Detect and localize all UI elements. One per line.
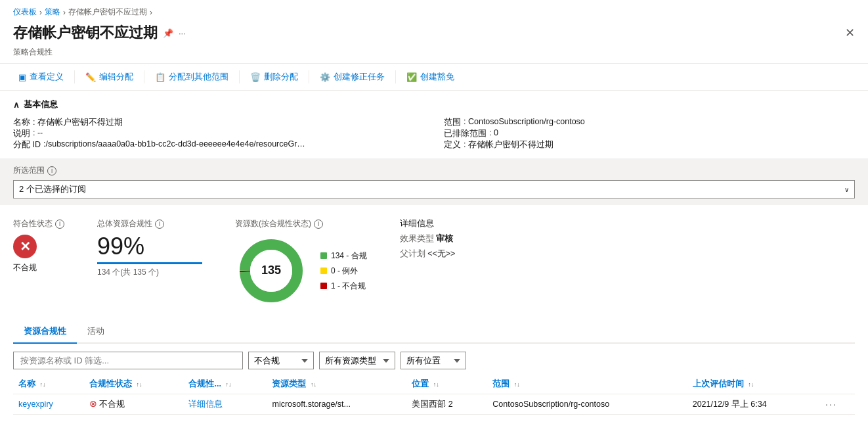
exemption-icon: ✅ [406, 72, 417, 82]
sort-icon-last-eval: ↑↓ [748, 381, 754, 388]
col-location[interactable]: 位置 ↑↓ [406, 375, 487, 394]
toolbar-separator-5 [395, 70, 396, 83]
non-compliant-label: 不合规 [13, 262, 37, 273]
resources-info-icon[interactable]: i [314, 220, 323, 229]
sort-icon-compliance-detail: ↑↓ [225, 381, 231, 388]
col-resource-type[interactable]: 资源类型 ↑↓ [267, 375, 406, 394]
compliance-status-title: 符合性状态 i [13, 218, 64, 229]
overall-compliance-box: 总体资源合规性 i 99% 134 个(共 135 个) [97, 218, 202, 278]
scope-select[interactable]: 2 个已选择的订阅 ∨ [13, 180, 855, 198]
chevron-down-icon: ∨ [844, 186, 849, 193]
parent-plan-row: 父计划 <<无>> [400, 248, 456, 260]
col-actions [820, 375, 855, 394]
non-compliant-status-icon: ✕ [13, 235, 37, 258]
cell-compliance-detail: 详细信息 [183, 394, 267, 415]
info-row-id: 分配 ID :/subscriptions/aaaa0a0a-bb1b-cc2c… [13, 139, 424, 151]
resource-type-filter-select[interactable]: 所有资源类型 [319, 352, 395, 369]
delete-assignment-button[interactable]: 🗑️ 删除分配 [245, 68, 303, 86]
details-box: 详细信息 效果类型 审核 父计划 <<无>> [400, 218, 456, 260]
compliance-filter-select[interactable]: 不合规 [248, 352, 314, 369]
metrics-section: 符合性状态 i ✕ 不合规 总体资源合规性 i 99% 134 个(共 135 … [0, 205, 868, 313]
scope-info-icon[interactable]: i [47, 166, 56, 175]
info-row-definition: 定义 : 存储帐户密钥不得过期 [444, 139, 855, 151]
info-row-name: 名称 : 存储帐户密钥不得过期 [13, 117, 424, 128]
donut-legend: 134 - 合规 0 - 例外 1 - 不合规 [320, 250, 367, 292]
row-more-button[interactable]: ··· [825, 399, 837, 409]
remediation-icon: ⚙️ [320, 72, 330, 82]
chevron-up-icon: ∧ [13, 100, 20, 110]
sort-icon-name: ↑↓ [39, 381, 45, 388]
info-left: 名称 : 存储帐户密钥不得过期 说明 : -- 分配 ID :/subscrip… [13, 117, 424, 151]
tab-resource-compliance[interactable]: 资源合规性 [13, 320, 77, 344]
toolbar-separator [74, 70, 75, 83]
resources-compliance-title: 资源数(按合规性状态) i [235, 218, 323, 229]
toolbar-separator-2 [144, 70, 144, 83]
table-container: 名称 ↑↓ 合规性状态 ↑↓ 合规性... ↑↓ 资源类型 ↑↓ 位置 ↑↓ [0, 375, 868, 415]
tabs-section: 资源合规性 活动 [0, 320, 868, 344]
data-table: 名称 ↑↓ 合规性状态 ↑↓ 合规性... ↑↓ 资源类型 ↑↓ 位置 ↑↓ [13, 375, 855, 415]
overall-info-icon[interactable]: i [155, 220, 164, 229]
breadcrumb-dashboard[interactable]: 仪表板 [13, 7, 37, 18]
cell-more: ··· [820, 394, 855, 415]
info-row-excluded: 已排除范围 : 0 [444, 128, 855, 139]
compliance-detail-link[interactable]: 详细信息 [188, 400, 223, 409]
assign-other-button[interactable]: 📋 分配到其他范围 [150, 68, 234, 86]
donut-chart: 135 [235, 235, 307, 307]
breadcrumb-current: 存储帐户密钥不应过期 [68, 7, 147, 18]
toolbar-separator-3 [239, 70, 240, 83]
tabs: 资源合规性 活动 [13, 320, 855, 344]
create-remediation-button[interactable]: ⚙️ 创建修正任务 [315, 68, 390, 86]
col-compliance-detail[interactable]: 合规性... ↑↓ [183, 375, 267, 394]
create-exemption-button[interactable]: ✅ 创建豁免 [401, 68, 460, 86]
cell-location: 美国西部 2 [406, 394, 487, 415]
search-input[interactable] [13, 352, 243, 369]
more-options-icon[interactable]: ··· [179, 28, 186, 38]
close-button[interactable]: ✕ [845, 26, 855, 40]
basic-info-title[interactable]: ∧ 基本信息 [13, 99, 855, 110]
legend-dot-compliant [320, 252, 327, 259]
tab-activity[interactable]: 活动 [77, 320, 115, 344]
info-grid: 名称 : 存储帐户密钥不得过期 说明 : -- 分配 ID :/subscrip… [13, 117, 855, 151]
sort-icon-compliance-status: ↑↓ [136, 381, 142, 388]
filter-row: 不合规 所有资源类型 所有位置 [0, 344, 868, 375]
col-name[interactable]: 名称 ↑↓ [13, 375, 84, 394]
breadcrumb: 仪表板 › 策略 › 存储帐户密钥不应过期 › [0, 0, 868, 20]
breadcrumb-policy[interactable]: 策略 [45, 7, 60, 18]
cell-name: keyexpiry [13, 394, 84, 415]
assign-other-icon: 📋 [155, 72, 165, 82]
table-row: keyexpiry ⊗ 不合规 详细信息 microsoft.storage/s… [13, 394, 855, 415]
page-subtitle: 策略合规性 [0, 47, 868, 63]
delete-icon: 🗑️ [250, 72, 261, 82]
legend-dot-non-compliant [320, 283, 327, 289]
compliance-status-info-icon[interactable]: i [55, 220, 64, 229]
legend-dot-exception [320, 267, 327, 274]
percent-bar [97, 262, 202, 264]
view-definition-button[interactable]: ▣ 查看定义 [13, 68, 69, 86]
col-last-eval[interactable]: 上次评估时间 ↑↓ [687, 375, 820, 394]
info-row-desc: 说明 : -- [13, 128, 424, 139]
legend-compliant: 134 - 合规 [320, 250, 367, 262]
sort-icon-scope: ↑↓ [514, 381, 520, 388]
scope-label: 所选范围 i [13, 165, 855, 176]
donut-container: 135 134 - 合规 0 - 例外 1 - 不合规 [235, 235, 367, 307]
cell-last-eval: 2021/12/9 早上 6:34 [687, 394, 820, 415]
page-title: 存储帐户密钥不应过期 [13, 23, 158, 43]
col-scope[interactable]: 范围 ↑↓ [487, 375, 687, 394]
page-header: 存储帐户密钥不应过期 📌 ··· ✕ [0, 20, 868, 47]
col-compliance-status[interactable]: 合规性状态 ↑↓ [84, 375, 183, 394]
overall-compliance-title: 总体资源合规性 i [97, 218, 164, 229]
table-header-row: 名称 ↑↓ 合规性状态 ↑↓ 合规性... ↑↓ 资源类型 ↑↓ 位置 ↑↓ [13, 375, 855, 394]
info-right: 范围 : ContosoSubscription/rg-contoso 已排除范… [444, 117, 855, 151]
info-row-scope: 范围 : ContosoSubscription/rg-contoso [444, 117, 855, 128]
toolbar-separator-4 [309, 70, 309, 83]
resource-name-link[interactable]: keyexpiry [18, 400, 53, 409]
scope-section: 所选范围 i 2 个已选择的订阅 ∨ [0, 158, 868, 205]
compliance-status-box: 符合性状态 i ✕ 不合规 [13, 218, 64, 273]
legend-exception: 0 - 例外 [320, 266, 367, 277]
page-header-left: 存储帐户密钥不应过期 📌 ··· [13, 23, 186, 43]
pin-icon[interactable]: 📌 [163, 28, 173, 38]
edit-assignment-button[interactable]: ✏️ 编辑分配 [80, 68, 139, 86]
location-filter-select[interactable]: 所有位置 [401, 352, 466, 369]
view-definition-icon: ▣ [18, 72, 26, 82]
percent-sub: 134 个(共 135 个) [97, 267, 159, 278]
